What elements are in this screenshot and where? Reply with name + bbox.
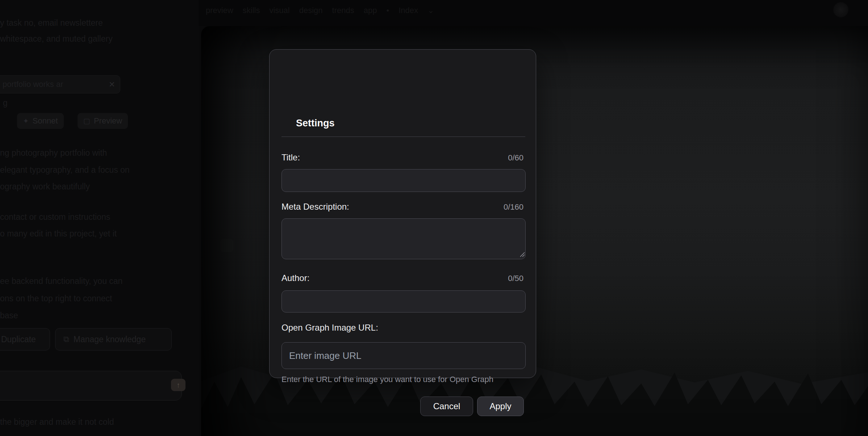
- chat-text-line: ee backend functionality, you can: [0, 276, 122, 286]
- model-chip-label: Sonnet: [33, 116, 58, 126]
- topbar-item[interactable]: skills: [243, 6, 260, 15]
- title-counter: 0/60: [508, 153, 523, 163]
- index-selector[interactable]: Index: [398, 6, 418, 15]
- title-label: Title:: [281, 152, 300, 163]
- message-input[interactable]: [0, 371, 182, 401]
- chat-text-line: base: [0, 311, 18, 320]
- manage-knowledge-button[interactable]: ⧉ Manage knowledge: [55, 328, 172, 351]
- topbar-item: app: [364, 6, 377, 15]
- attachment-chip[interactable]: portfolio works ar ×: [0, 75, 120, 93]
- og-image-url-input[interactable]: [281, 342, 526, 369]
- chat-text-line: elegant typography, and a focus on: [0, 165, 130, 175]
- topbar-breadcrumb: preview skills visual design trends app …: [206, 6, 434, 15]
- chevron-down-icon: ⌄: [427, 6, 434, 15]
- chat-text-line: ons on the top right to connect: [0, 294, 112, 303]
- user-menu-button[interactable]: [833, 2, 848, 17]
- meta-description-textarea[interactable]: [281, 218, 526, 259]
- chat-text-line: ng photography portfolio with: [0, 148, 107, 158]
- chat-text-line: contact or custom instructions: [0, 212, 110, 222]
- topbar-item: design: [299, 6, 323, 15]
- manage-knowledge-label: Manage knowledge: [74, 335, 146, 344]
- attachment-label: portfolio works ar: [3, 80, 109, 89]
- divider: [281, 137, 525, 137]
- cancel-button[interactable]: Cancel: [420, 397, 473, 416]
- chat-text-line: ography work beautifully: [0, 182, 90, 192]
- apply-button[interactable]: Apply: [477, 397, 524, 416]
- chat-text-line: y task no, email newslettere: [0, 18, 103, 28]
- separator-dot: •: [386, 6, 389, 15]
- preview-chip[interactable]: ▢ Preview: [78, 113, 128, 129]
- author-label: Author:: [281, 273, 309, 283]
- preview-chip-label: Preview: [94, 116, 122, 126]
- sparkle-icon: ✦: [23, 117, 29, 125]
- dialog-title: Settings: [296, 118, 335, 129]
- title-input[interactable]: [281, 169, 526, 192]
- meta-description-counter: 0/160: [504, 202, 523, 212]
- chat-text-line: the bigger and make it not cold: [0, 417, 114, 427]
- meta-description-label: Meta Description:: [281, 202, 349, 212]
- close-icon[interactable]: ×: [109, 79, 115, 89]
- topbar-item[interactable]: preview: [206, 6, 233, 15]
- chat-text-line: g: [3, 98, 8, 108]
- settings-dialog: Settings Title: 0/60 Meta Description: 0…: [269, 49, 536, 378]
- duplicate-label: Duplicate: [1, 335, 36, 344]
- send-icon: ↑: [176, 381, 180, 389]
- knowledge-icon: ⧉: [63, 335, 69, 344]
- chat-text-line: whitespace, and muted gallery: [0, 34, 113, 44]
- model-selector-chip[interactable]: ✦ Sonnet: [17, 113, 64, 129]
- duplicate-button[interactable]: Duplicate: [0, 328, 50, 351]
- topbar-item[interactable]: visual: [269, 6, 289, 15]
- topbar-item: trends: [332, 6, 354, 15]
- og-image-helper-text: Enter the URL of the image you want to u…: [281, 375, 526, 384]
- author-counter: 0/50: [508, 274, 523, 283]
- chat-text-line: o many edit in this project, yet it: [0, 229, 117, 239]
- send-button[interactable]: ↑: [171, 379, 185, 391]
- og-image-url-label: Open Graph Image URL:: [281, 323, 378, 333]
- chat-sidebar: y task no, email newslettere whitespace,…: [0, 0, 199, 436]
- dialog-actions: Cancel Apply: [420, 397, 524, 416]
- preview-icon: ▢: [83, 117, 90, 125]
- author-input[interactable]: [281, 290, 526, 313]
